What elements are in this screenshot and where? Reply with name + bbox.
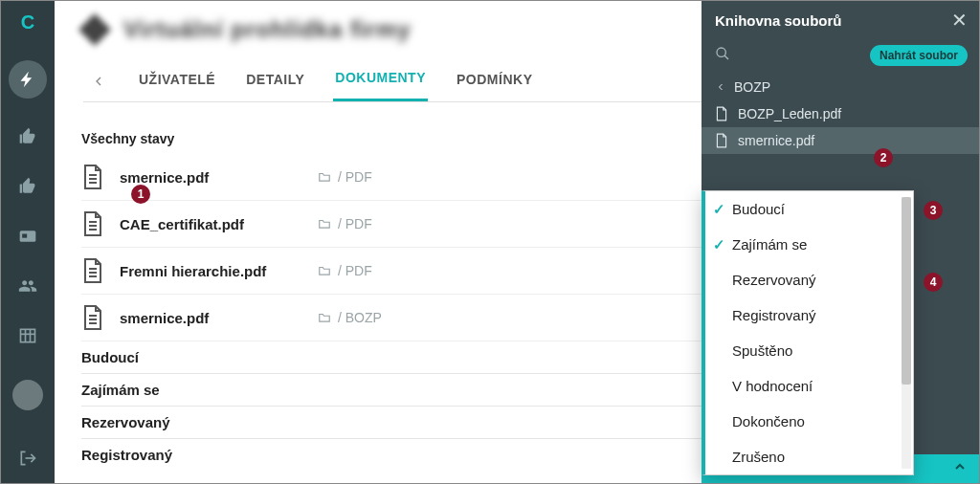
folder-icon [317,264,332,277]
close-icon[interactable]: ✕ [951,9,968,32]
tab-documents[interactable]: DOKUMENTY [333,60,428,101]
tab-conditions[interactable]: PODMÍNKY [455,62,534,100]
document-icon [81,164,104,190]
file-folder: / PDF [317,263,372,278]
file-folder: / PDF [317,216,372,231]
svg-line-19 [724,55,728,59]
library-file-name: smernice.pdf [738,133,814,148]
rail-card-icon[interactable] [16,225,39,248]
dropdown-item[interactable]: Dokončeno [705,404,913,439]
chevron-left-icon [715,81,726,93]
tab-users[interactable]: UŽIVATELÉ [137,62,217,100]
main-area: Virtuální prohlídka firmy UŽIVATELÉ DETA… [55,1,979,483]
folder-icon [317,217,332,231]
breadcrumb-label: BOZP [734,79,770,95]
svg-rect-0 [20,231,36,242]
scrollbar-thumb[interactable] [902,197,911,385]
nav-rail: C [1,1,55,483]
library-file[interactable]: BOZP_Leden.pdf [702,100,979,127]
file-name: CAE_certifikat.pdf [120,216,301,232]
svg-point-18 [717,48,725,56]
status-dropdown: ✓Budoucí ✓Zajímám se Rezervovaný Registr… [702,190,914,475]
rail-table-icon[interactable] [16,324,39,347]
file-name: smernice.pdf [120,310,301,326]
annotation-marker-1: 1 [131,185,150,204]
tab-details[interactable]: DETAILY [244,62,306,100]
check-icon: ✓ [713,236,725,253]
upload-button[interactable]: Nahrát soubor [870,45,968,66]
dropdown-item[interactable]: Zrušeno [705,439,913,474]
rail-bolt-icon[interactable] [9,60,47,99]
file-name: smernice.pdf [120,169,301,186]
dropdown-item[interactable]: ✓Budoucí [705,191,913,227]
file-folder: / BOZP [317,310,382,325]
dropdown-item[interactable]: Registrovaný [705,297,913,333]
file-name: Fremni hierarchie.pdf [120,263,301,279]
check-icon: ✓ [713,201,725,218]
dropdown-item[interactable]: V hodnocení [705,368,913,404]
rail-people-icon[interactable] [16,275,39,297]
document-icon [81,257,104,284]
document-icon [81,210,104,237]
folder-icon [317,311,332,324]
rail-avatar[interactable] [12,380,43,410]
dropdown-item[interactable]: Rezervovaný [705,262,913,297]
rail-thumb2-icon[interactable] [16,175,39,198]
document-icon [715,133,728,148]
company-logo [78,13,111,46]
breadcrumb-back[interactable]: BOZP [702,74,979,100]
dropdown-item[interactable]: ✓Zajímám se [705,227,913,262]
document-icon [715,106,728,121]
chevron-up-icon[interactable] [952,459,968,478]
rail-logo[interactable]: C [16,11,39,33]
svg-rect-2 [21,329,35,341]
svg-rect-1 [22,234,27,238]
document-icon [81,304,104,331]
annotation-marker-4: 4 [924,273,943,292]
dropdown-item[interactable]: Spuštěno [705,333,913,368]
rail-logout-icon[interactable] [16,447,39,470]
panel-title: Knihovna souborů [715,12,842,29]
folder-icon [317,170,332,184]
search-icon[interactable] [715,46,862,65]
annotation-marker-3: 3 [924,201,943,220]
library-file[interactable]: smernice.pdf [702,127,979,154]
library-file-name: BOZP_Leden.pdf [738,106,841,121]
back-chevron-icon[interactable] [87,74,110,89]
annotation-marker-2: 2 [874,148,893,167]
page-title: Virtuální prohlídka firmy [123,16,412,43]
rail-thumb1-icon[interactable] [16,125,39,148]
file-folder: / PDF [317,169,372,185]
